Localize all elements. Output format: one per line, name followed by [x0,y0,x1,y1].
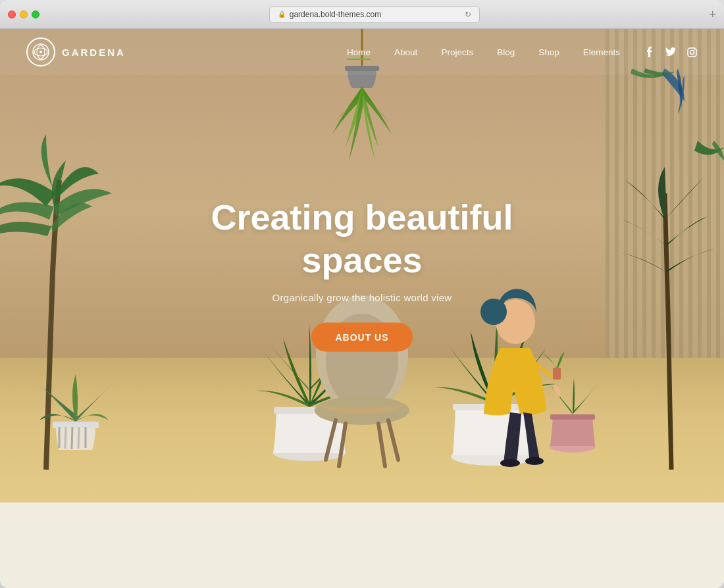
nav-shop[interactable]: Shop [538,47,559,57]
nav-projects[interactable]: Projects [441,47,473,57]
hero-title: Creating beautiful spaces [181,196,543,282]
browser-window: 🔒 gardena.bold-themes.com ↻ + [0,0,724,588]
hero-content: Creating beautiful spaces Organically gr… [181,196,543,352]
lock-icon: 🔒 [278,11,286,18]
facebook-icon[interactable] [644,46,656,58]
nav-home[interactable]: Home [347,47,371,57]
svg-line-21 [388,420,398,460]
nav-links: Home About Projects Blog Shop Elements [347,47,620,57]
svg-point-30 [500,459,520,467]
navbar: GARDENA Home About Projects Blog Shop El… [0,29,724,75]
website-content: GARDENA Home About Projects Blog Shop El… [0,29,724,588]
nav-blog[interactable]: Blog [497,47,515,57]
hero-section: GARDENA Home About Projects Blog Shop El… [0,29,724,502]
social-icons [644,46,698,58]
refresh-icon[interactable]: ↻ [465,10,471,19]
traffic-lights [8,11,39,18]
svg-line-20 [326,420,336,460]
browser-titlebar: 🔒 gardena.bold-themes.com ↻ + [0,0,724,29]
about-us-button[interactable]: About Us [311,322,412,351]
plant-far-right [592,141,724,470]
svg-line-22 [339,424,346,466]
minimize-button[interactable] [20,11,28,18]
svg-rect-32 [553,368,561,380]
svg-point-6 [694,49,695,50]
address-bar[interactable]: 🔒 gardena.bold-themes.com ↻ [269,6,480,23]
nav-about[interactable]: About [394,47,417,57]
svg-point-31 [525,457,544,465]
logo-svg [32,43,50,61]
plant-top-right [579,68,685,147]
url-text: gardena.bold-themes.com [290,10,381,19]
bottom-section [0,502,724,588]
svg-line-23 [378,424,385,466]
svg-point-3 [39,51,42,53]
logo-text: GARDENA [62,47,126,58]
logo[interactable]: GARDENA [26,37,126,66]
maximize-button[interactable] [32,11,39,18]
instagram-icon[interactable] [686,46,698,58]
close-button[interactable] [8,11,16,18]
svg-point-5 [690,50,694,54]
svg-line-9 [65,427,66,449]
address-bar-container: 🔒 gardena.bold-themes.com ↻ [45,6,704,23]
new-tab-button[interactable]: + [709,9,716,20]
hero-subtitle: Organically grow the holistic world view [181,291,543,303]
svg-line-10 [72,427,72,449]
nav-elements[interactable]: Elements [583,47,620,57]
plant-small-left [36,348,115,466]
svg-line-11 [78,427,79,449]
logo-icon [26,37,55,66]
twitter-icon[interactable] [665,46,677,58]
